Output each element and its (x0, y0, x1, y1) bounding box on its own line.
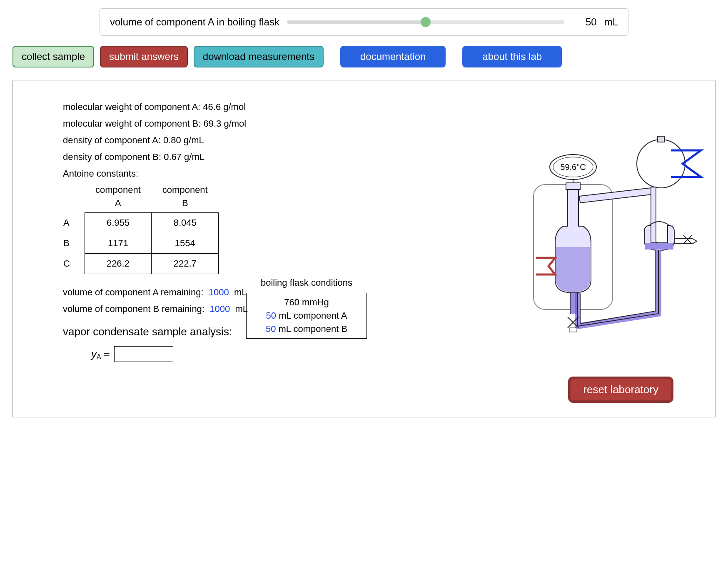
remaining-A-unit: mL (234, 287, 247, 297)
svg-rect-7 (645, 243, 673, 250)
lab-panel: molecular weight of component A: 46.6 g/… (12, 80, 716, 417)
volume-slider-bar: volume of component A in boiling flask 5… (100, 8, 628, 36)
collect-sample-button[interactable]: collect sample (12, 46, 94, 67)
remaining-A-value: 1000 (209, 287, 229, 297)
antoine-title: Antoine constants: (63, 167, 248, 180)
bfc-pressure: 760 (284, 297, 299, 307)
remaining-B-label: volume of component B remaining: (63, 304, 204, 314)
bfc-title: boiling flask conditions (246, 276, 367, 289)
table-row: A 6.955 8.045 (63, 213, 219, 233)
svg-rect-6 (658, 136, 664, 142)
table-row: B 1171 1554 (63, 233, 219, 254)
ya-equals: = (104, 347, 110, 362)
ya-symbol: y (91, 347, 97, 362)
bfc-volB: 50 (266, 324, 276, 334)
rho-B: density of component B: 0.67 g/mL (63, 150, 248, 164)
remaining-volumes: volume of component A remaining: 1000 mL… (63, 286, 248, 316)
mw-A: molecular weight of component A: 46.6 g/… (63, 100, 248, 114)
bfc-volA: 50 (266, 310, 276, 321)
antoine-table: component A component B A 6.955 8.045 B … (63, 183, 219, 274)
submit-answers-button[interactable]: submit answers (100, 46, 188, 67)
ya-equation: y A = (91, 346, 248, 362)
remaining-B-value: 1000 (209, 304, 230, 314)
antoine-header-A: component A (85, 183, 152, 212)
reset-laboratory-button[interactable]: reset laboratory (568, 377, 673, 403)
volume-slider-unit: mL (604, 15, 618, 30)
bfc-box: 760 mmHg 50 mL component A 50 mL compone… (246, 293, 367, 339)
svg-rect-15 (569, 328, 577, 332)
remaining-A-label: volume of component A remaining: (63, 287, 204, 297)
volume-slider[interactable] (287, 20, 564, 24)
documentation-button[interactable]: documentation (340, 46, 446, 67)
volume-slider-thumb[interactable] (421, 17, 431, 27)
rho-A: density of component A: 0.80 g/mL (63, 134, 248, 147)
distillation-apparatus: 59.6°C (526, 118, 709, 351)
about-this-lab-button[interactable]: about this lab (462, 46, 562, 67)
download-measurements-button[interactable]: download measurements (194, 46, 324, 67)
volume-slider-label: volume of component A in boiling flask (110, 15, 279, 30)
antoine-header-B: component B (152, 183, 219, 212)
volume-slider-value: 50 (572, 15, 597, 30)
temperature-readout: 59.6°C (560, 162, 586, 172)
svg-point-5 (637, 140, 685, 188)
info-column: molecular weight of component A: 46.6 g/… (63, 100, 248, 362)
ya-output-box (114, 346, 173, 362)
svg-rect-1 (566, 183, 580, 190)
action-button-row: collect sample submit answers download m… (12, 46, 716, 67)
vapor-analysis-title: vapor condensate sample analysis: (63, 324, 248, 340)
table-row: C 226.2 222.7 (63, 254, 219, 274)
mw-B: molecular weight of component B: 69.3 g/… (63, 117, 248, 130)
boiling-flask-conditions: boiling flask conditions 760 mmHg 50 mL … (246, 276, 367, 339)
ya-subscript: A (97, 352, 101, 362)
